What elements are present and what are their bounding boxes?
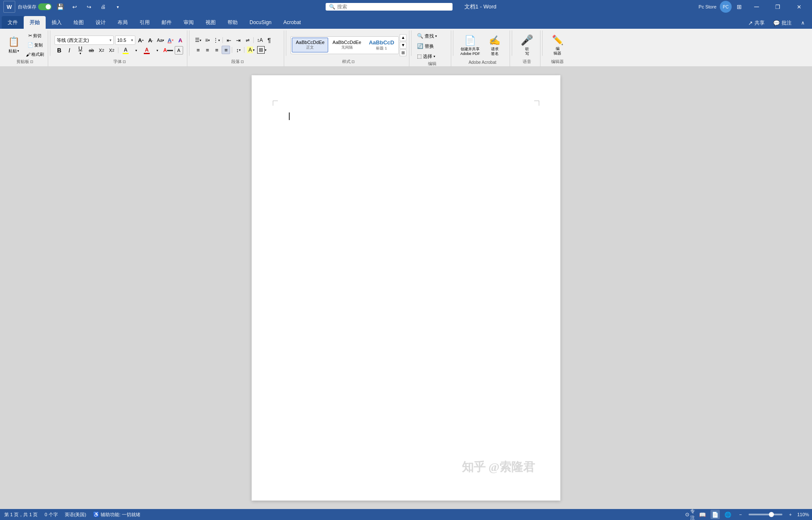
text-effects-btn[interactable]: A — [176, 36, 184, 44]
accessibility-icon: ♿ 辅助功能: 一切就绪 — [93, 512, 140, 518]
tab-insert[interactable]: 插入 — [46, 16, 68, 29]
user-avatar[interactable]: PC — [720, 1, 732, 13]
dictate-btn[interactable]: 🎤 听写 — [516, 34, 538, 57]
tab-design[interactable]: 设计 — [90, 16, 112, 29]
zoom-out-btn[interactable]: − — [736, 510, 745, 519]
multilevel-list-btn[interactable]: ⋮▾ — [212, 36, 221, 44]
quick-access-save[interactable]: 💾 — [54, 1, 66, 13]
zoom-slider[interactable] — [749, 514, 782, 515]
tab-docusign[interactable]: DocuSign — [244, 16, 277, 29]
comment-btn[interactable]: 💬 批注 — [770, 18, 795, 28]
text-highlight-btn[interactable]: A — [120, 46, 131, 55]
create-pdf-btn[interactable]: 📄 创建并共享Adobe PDF — [459, 34, 482, 57]
font-grow-btn[interactable]: A+ — [137, 36, 145, 44]
share-btn[interactable]: ↗ 共享 — [745, 18, 768, 28]
cut-btn[interactable]: ✂ 剪切 — [25, 32, 45, 40]
windows-icon[interactable]: ⊞ — [733, 1, 745, 13]
chinese-indent-btn[interactable]: ⇌ — [243, 36, 252, 44]
document-area[interactable]: 知乎 @索隆君 — [0, 67, 812, 509]
paste-icon: 📋 — [8, 36, 19, 47]
redo-btn[interactable]: ↪ — [83, 1, 95, 13]
tab-acrobat[interactable]: Acrobat — [277, 16, 307, 29]
font-color-btn[interactable]: A — [141, 46, 152, 55]
increase-indent-btn[interactable]: ⇥ — [234, 36, 242, 44]
styles-more[interactable]: ⊞ — [400, 49, 406, 56]
zoom-slider-thumb[interactable] — [769, 512, 774, 517]
editor-btn[interactable]: ✏️ 编辑器 — [547, 34, 568, 57]
style-heading1[interactable]: AaBbCcD 标题 1 — [365, 38, 398, 53]
clipboard-expand-icon[interactable]: ⊡ — [30, 60, 33, 64]
tab-mailings[interactable]: 邮件 — [156, 16, 178, 29]
shading-btn[interactable]: A▾ — [246, 46, 255, 54]
char-border-btn[interactable]: A — [175, 46, 183, 55]
find-btn[interactable]: 🔍 查找 ▾ — [416, 31, 438, 41]
char-shading-btn[interactable]: A — [162, 46, 174, 55]
replace-btn[interactable]: 🔄 替换 — [416, 41, 435, 51]
borders-btn[interactable]: ⊞▾ — [256, 46, 267, 54]
zoom-level[interactable]: 110% — [798, 510, 808, 519]
bold-btn[interactable]: B — [55, 46, 64, 55]
select-btn[interactable]: ⬚ 选择 ▾ — [416, 52, 436, 61]
subscript-btn[interactable]: X2 — [97, 46, 106, 55]
underline-btn[interactable]: U ▾ — [75, 46, 86, 55]
tab-layout[interactable]: 布局 — [112, 16, 134, 29]
focus-btn[interactable]: ⊙ 专注 — [685, 510, 694, 519]
highlight-dropdown[interactable]: ▾ — [132, 46, 140, 55]
clear-format-btn[interactable]: A × — [166, 36, 175, 44]
tab-review[interactable]: 审阅 — [178, 16, 200, 29]
format-painter-btn[interactable]: 🖌 格式刷 — [25, 50, 45, 59]
line-spacing-btn[interactable]: ↕▾ — [234, 46, 242, 54]
document-page[interactable]: 知乎 @索隆君 — [252, 75, 560, 501]
change-case-btn[interactable]: Aa▾ — [156, 36, 165, 44]
font-shrink-btn[interactable]: A- — [146, 36, 155, 44]
tab-help[interactable]: 帮助 — [222, 16, 244, 29]
font-name-select[interactable]: 等线 (西文正文) ▾ — [55, 36, 114, 45]
tab-draw[interactable]: 绘图 — [68, 16, 90, 29]
editing-label: 编辑 — [428, 61, 436, 67]
undo-btn[interactable]: ↩ — [69, 1, 80, 13]
styles-scroll-up[interactable]: ▲ — [400, 34, 406, 41]
ribbon-collapse-btn[interactable]: ∧ — [797, 17, 809, 29]
word-icon[interactable]: W — [3, 1, 15, 13]
read-mode-btn[interactable]: 📖 — [698, 510, 707, 519]
align-center-btn[interactable]: ≡ — [203, 46, 211, 54]
show-marks-btn[interactable]: ¶ — [265, 36, 273, 44]
font-color-dropdown[interactable]: ▾ — [153, 46, 162, 55]
text-cursor — [289, 112, 290, 120]
numbering-btn[interactable]: ≡▾ — [203, 36, 211, 44]
align-right-btn[interactable]: ≡ — [212, 46, 221, 54]
style-normal[interactable]: AaBbCcDdEe 正文 — [292, 38, 328, 52]
search-bar[interactable]: 🔍 — [326, 3, 453, 11]
sort-btn[interactable]: ↕A — [255, 36, 264, 44]
close-btn[interactable]: ✕ — [789, 0, 809, 14]
bullets-btn[interactable]: ☰▾ — [194, 36, 202, 44]
styles-scroll-down[interactable]: ▼ — [400, 42, 406, 49]
strikethrough-btn[interactable]: ab — [87, 46, 96, 55]
web-layout-btn[interactable]: 🌐 — [723, 510, 732, 519]
paragraph-expand-icon[interactable]: ⊡ — [241, 60, 244, 64]
style-no-spacing[interactable]: AaBbCcDdEe 无间隔 — [329, 38, 365, 52]
align-left-btn[interactable]: ≡ — [194, 46, 202, 54]
italic-btn[interactable]: I — [65, 46, 74, 55]
request-sign-btn[interactable]: ✍ 请求签名 — [483, 34, 506, 57]
autosave-toggle[interactable] — [38, 3, 52, 10]
search-input[interactable] — [337, 4, 430, 10]
customize-quick-access[interactable]: ▾ — [112, 1, 123, 13]
tab-home[interactable]: 开始 — [24, 16, 46, 29]
font-size-select[interactable]: 10.5 ▾ — [115, 36, 135, 45]
decrease-indent-btn[interactable]: ⇤ — [225, 36, 233, 44]
print-btn[interactable]: 🖨 — [97, 1, 109, 13]
print-layout-btn[interactable]: 📄 — [710, 510, 720, 519]
paste-btn[interactable]: 📋 粘贴 ▾ — [4, 35, 23, 55]
zoom-in-btn[interactable]: + — [786, 510, 795, 519]
superscript-btn[interactable]: X2 — [107, 46, 116, 55]
styles-expand-icon[interactable]: ⊡ — [351, 60, 355, 64]
copy-btn[interactable]: 📄 复制 — [25, 41, 45, 49]
tab-references[interactable]: 引用 — [134, 16, 156, 29]
font-expand-icon[interactable]: ⊡ — [123, 60, 126, 64]
justify-btn[interactable]: ≡ — [222, 46, 230, 54]
tab-view[interactable]: 视图 — [200, 16, 222, 29]
restore-btn[interactable]: ❐ — [768, 0, 787, 14]
tab-file[interactable]: 文件 — [2, 16, 24, 29]
minimize-btn[interactable]: ─ — [747, 0, 766, 14]
